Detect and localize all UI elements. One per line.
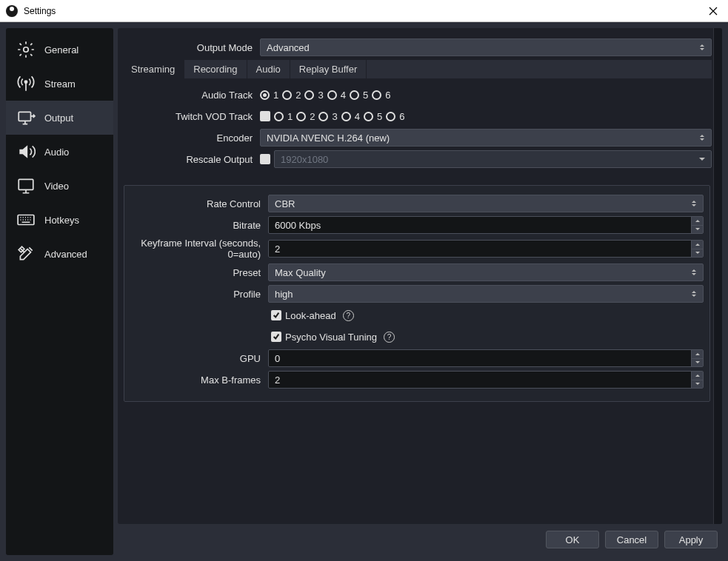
twitch-vod-radio-2[interactable]: 2	[296, 111, 315, 122]
apply-button[interactable]: Apply	[664, 531, 718, 548]
sidebar-item-label: Advanced	[44, 249, 87, 260]
monitor-out-icon	[16, 108, 36, 127]
twitch-vod-radio-4[interactable]: 4	[341, 111, 360, 122]
select-arrows-icon	[696, 41, 708, 54]
sidebar-item-label: Audio	[44, 147, 69, 158]
gpu-value: 0	[275, 353, 280, 364]
sidebar-item-label: Video	[44, 181, 69, 192]
radio-icon	[296, 112, 306, 121]
keyframe-label: Keyframe Interval (seconds, 0=auto)	[124, 238, 268, 260]
output-tabs: Streaming Recording Audio Replay Buffer	[122, 60, 712, 78]
preset-row: Preset Max Quality	[124, 263, 704, 281]
svg-point-0	[24, 47, 29, 53]
close-icon	[709, 7, 718, 16]
twitch-vod-row: Twitch VOD Track 1 2 3 4 5 6	[122, 107, 712, 125]
app-logo-icon	[6, 5, 18, 17]
radio-icon	[386, 112, 395, 121]
bframes-value: 2	[275, 374, 280, 386]
sidebar-item-hotkeys[interactable]: Hotkeys	[6, 203, 113, 237]
content-panel: Output Mode Advanced Streaming Recording	[118, 28, 722, 524]
lookahead-row: Look-ahead ?	[124, 306, 704, 324]
profile-row: Profile high	[124, 285, 704, 303]
rescale-select[interactable]: 1920x1080	[274, 150, 712, 168]
twitch-vod-radio-6[interactable]: 6	[386, 111, 404, 122]
rate-control-label: Rate Control	[124, 198, 268, 209]
encoder-settings-panel: Rate Control CBR Bitrate 6000 Kb	[124, 185, 710, 402]
radio-icon	[260, 90, 270, 100]
twitch-vod-radio-5[interactable]: 5	[364, 111, 382, 122]
ok-button[interactable]: OK	[546, 531, 599, 548]
bframes-label: Max B-frames	[124, 374, 268, 386]
rate-control-value: CBR	[275, 198, 295, 209]
preset-label: Preset	[124, 267, 268, 278]
psycho-checkbox[interactable]	[271, 332, 281, 342]
main-layout: General Stream Output Audio Video	[0, 22, 728, 561]
bitrate-value: 6000 Kbps	[275, 220, 321, 231]
bframes-row: Max B-frames 2	[124, 371, 704, 389]
sidebar-item-video[interactable]: Video	[6, 169, 113, 203]
tools-icon	[16, 244, 36, 263]
audio-track-radio-4[interactable]: 4	[327, 90, 346, 101]
rescale-checkbox[interactable]	[260, 154, 270, 164]
tab-recording[interactable]: Recording	[184, 60, 247, 78]
audio-track-radio-6[interactable]: 6	[372, 90, 390, 101]
sidebar: General Stream Output Audio Video	[6, 28, 113, 555]
bitrate-spinbox[interactable]: 6000 Kbps	[268, 216, 704, 234]
encoder-select[interactable]: NVIDIA NVENC H.264 (new)	[260, 129, 712, 147]
keyboard-icon	[16, 210, 36, 229]
tab-replay-buffer[interactable]: Replay Buffer	[290, 60, 367, 78]
window-title: Settings	[24, 6, 698, 16]
rescale-label: Rescale Output	[122, 154, 260, 165]
profile-label: Profile	[124, 289, 268, 300]
rate-control-select[interactable]: CBR	[268, 195, 704, 212]
profile-select[interactable]: high	[268, 285, 704, 303]
profile-value: high	[275, 289, 293, 300]
output-mode-label: Output Mode	[122, 42, 260, 53]
content-inner: Output Mode Advanced Streaming Recording	[118, 28, 722, 524]
sidebar-item-advanced[interactable]: Advanced	[6, 237, 113, 271]
tab-audio[interactable]: Audio	[247, 60, 290, 78]
preset-select[interactable]: Max Quality	[268, 263, 704, 281]
rate-control-row: Rate Control CBR	[124, 195, 704, 212]
psycho-row: Psycho Visual Tuning ?	[124, 328, 704, 346]
radio-icon	[282, 90, 292, 100]
lookahead-checkbox[interactable]	[271, 310, 281, 320]
window-close-button[interactable]	[698, 0, 728, 22]
bframes-spinbox[interactable]: 2	[268, 371, 704, 389]
cancel-button[interactable]: Cancel	[605, 531, 658, 548]
audio-track-row: Audio Track 1 2 3 4 5 6	[122, 86, 712, 104]
rescale-placeholder: 1920x1080	[281, 154, 328, 165]
audio-track-radio-3[interactable]: 3	[304, 90, 323, 101]
spin-arrows-icon	[691, 372, 703, 388]
svg-rect-2	[19, 112, 30, 121]
select-arrows-icon	[688, 266, 700, 279]
sidebar-item-label: Hotkeys	[44, 215, 79, 226]
radio-icon	[372, 90, 381, 100]
lookahead-label: Look-ahead	[285, 310, 336, 321]
sidebar-item-output[interactable]: Output	[6, 101, 113, 135]
help-icon[interactable]: ?	[384, 332, 395, 343]
sidebar-item-stream[interactable]: Stream	[6, 67, 113, 101]
audio-track-label: Audio Track	[122, 90, 260, 101]
gpu-spinbox[interactable]: 0	[268, 349, 704, 367]
sidebar-item-general[interactable]: General	[6, 33, 113, 67]
audio-track-radio-1[interactable]: 1	[260, 90, 278, 101]
help-icon[interactable]: ?	[343, 310, 354, 321]
output-mode-select[interactable]: Advanced	[260, 38, 712, 56]
sidebar-item-label: General	[44, 44, 79, 56]
radio-icon	[274, 112, 284, 121]
spin-arrows-icon	[691, 217, 703, 233]
audio-track-radio-5[interactable]: 5	[350, 90, 368, 101]
twitch-vod-radio-3[interactable]: 3	[318, 111, 337, 122]
tab-streaming[interactable]: Streaming	[122, 60, 184, 78]
title-bar: Settings	[0, 0, 728, 22]
twitch-vod-radio-1[interactable]: 1	[274, 111, 293, 122]
audio-track-radio-2[interactable]: 2	[282, 90, 301, 101]
keyframe-value: 2	[275, 243, 280, 255]
sidebar-item-audio[interactable]: Audio	[6, 135, 113, 169]
keyframe-spinbox[interactable]: 2	[268, 240, 704, 258]
select-arrows-icon	[688, 287, 700, 300]
select-arrows-icon	[696, 131, 708, 144]
twitch-vod-label: Twitch VOD Track	[122, 111, 260, 122]
twitch-vod-checkbox[interactable]	[260, 111, 270, 121]
